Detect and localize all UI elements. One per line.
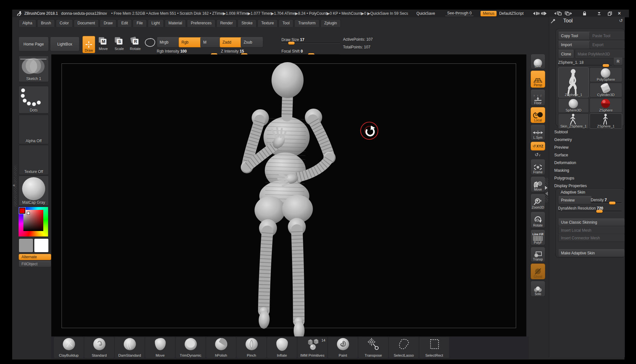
canvas[interactable] [51,54,526,336]
scale-mode-button[interactable]: S Scale [113,37,126,52]
persp-button[interactable]: Persp [531,70,545,88]
current-brush-thumb[interactable]: Sketch 1 [19,56,49,82]
tray-brush-damstandard[interactable]: DamStandard [115,337,145,358]
section-preview[interactable]: Preview [549,144,625,151]
section-surface[interactable]: Surface [549,151,625,159]
section-geometry[interactable]: Geometry [549,136,625,144]
menu-item-material[interactable]: Material [165,19,186,27]
current-alpha-thumb[interactable]: Alpha Off [19,115,49,144]
export-button[interactable]: Export [590,41,625,49]
section-masking[interactable]: Masking [549,167,625,174]
tool-name-knob[interactable] [602,64,609,67]
tray-brush-selectlasso[interactable]: SelectLasso [389,337,419,358]
section-polygroups[interactable]: Polygroups [549,174,625,182]
section-deformation[interactable]: Deformation [549,159,625,167]
divider-expand-icon[interactable] [545,186,548,190]
home-page-button[interactable]: Home Page [19,37,49,51]
make-adaptive-skin-button[interactable]: Make Adaptive Skin [558,249,625,257]
adaptive-skin-title[interactable]: Adaptive Skin [561,190,585,194]
panel-pin-icon[interactable] [550,19,556,24]
tray-brush-imm-primitives[interactable]: 14 IMM Primitives [297,337,327,358]
lock-icon[interactable] [582,11,587,16]
frame-button[interactable]: Frame [531,159,545,175]
density-slider[interactable]: Density 7 [591,197,622,204]
import-button[interactable]: Import [558,41,591,49]
menu-item-zplugin[interactable]: Zplugin [321,19,341,27]
restore-button[interactable] [608,12,612,16]
tray-brush-standard[interactable]: Standard [84,337,114,358]
tray-brush-hpolish[interactable]: hPolish [206,337,236,358]
menu-item-stroke[interactable]: Stroke [238,19,256,27]
draw-size-knob[interactable] [288,41,295,45]
make-polymesh3d-button[interactable]: Make PolyMesh3D [575,50,625,59]
menu-item-edit[interactable]: Edit [117,19,132,27]
move-view-button[interactable]: Move [531,176,545,192]
stroke-preview-icon[interactable] [144,37,156,48]
density-knob[interactable] [609,201,616,205]
minimize-button[interactable] [597,12,601,15]
active-tool-thumb[interactable]: ZSphere_1 [558,67,589,97]
menu-item-draw[interactable]: Draw [100,19,116,27]
bpr-button[interactable]: BPR [531,54,545,69]
lsym-button[interactable]: L.Sym [531,124,545,140]
see-through-slider[interactable]: See-through 0 [445,11,473,16]
m-button[interactable]: M [200,37,222,47]
tool-name-slider[interactable]: ZSphere_1. 18 [558,59,612,66]
divider-left-icon[interactable] [531,11,549,16]
dynamesh-knob[interactable] [596,210,603,213]
adaptive-preview-button[interactable]: Preview [558,196,592,204]
zoom3d-button[interactable]: Zoom3D [531,194,545,210]
paste-tool-button[interactable]: Paste Tool [590,32,625,40]
divider-collapse-icon[interactable] [545,192,548,195]
menu-item-document[interactable]: Document [74,19,99,27]
panel-dock-icons[interactable] [554,11,574,16]
ghost-button[interactable]: Ghost [531,263,545,279]
left-panel-collapse-icon[interactable]: « [13,183,15,187]
panel-reset-icon[interactable]: ↺ [619,18,623,23]
skin-zsphere-thumb[interactable]: Skin_ZSphere_1 [558,113,589,129]
right-panel-divider[interactable] [545,178,548,203]
use-classic-skinning-button[interactable]: Use Classic Skinning [558,219,625,226]
menu-item-color[interactable]: Color [56,19,73,27]
tray-brush-move[interactable]: Move [145,337,175,358]
quicksave-button[interactable]: QuickSave [416,11,435,16]
tray-brush-selectrect[interactable]: SelectRect [419,337,449,358]
rotate-mode-button[interactable]: R Rotate [129,37,142,52]
draw-size-slider[interactable]: Draw Size 17 [281,37,340,45]
zsphere-thumb[interactable]: ZSphere [590,98,622,113]
alternate-button[interactable]: Alternate [19,254,51,260]
tray-brush-pinch[interactable]: Pinch [237,337,266,358]
floor-button[interactable]: X Y Z Floor [531,89,545,106]
tray-brush-paint[interactable]: Paint [328,337,358,358]
menu-item-render[interactable]: Render [216,19,237,27]
zsub-button[interactable]: Zsub [241,37,263,47]
transp-button[interactable]: Transp [531,247,545,262]
default-zscript-button[interactable]: DefaultZScript [499,11,523,16]
tray-brush-transpose[interactable]: Transpose [358,337,388,358]
insert-local-mesh-button[interactable]: Insert Local Mesh [558,227,625,234]
xyz-button[interactable]: ↺ XYZ [531,142,545,151]
fillobject-button[interactable]: FillObject [19,261,51,267]
menu-item-brush[interactable]: Brush [37,19,55,27]
current-material-thumb[interactable]: MatCap Gray [19,176,49,206]
tray-brush-inflate[interactable]: Inflate [267,337,297,358]
sv-square[interactable] [23,210,43,231]
sphere3d-thumb[interactable]: Sphere3D [558,98,589,113]
menu-item-transform[interactable]: Transform [294,19,319,27]
section-subtool[interactable]: Subtool [549,128,625,136]
main-color-swatch[interactable] [19,238,33,252]
tray-brush-claybuildup[interactable]: ClayBuildup [54,337,84,358]
polysphere-thumb[interactable]: PolySphere [590,67,622,82]
clone-button[interactable]: Clone [558,50,574,59]
current-stroke-thumb[interactable]: Dots [19,86,49,113]
dynamesh-resolution-slider[interactable]: DynaMesh Resolution 720 [558,205,622,212]
menu-item-alpha[interactable]: Alpha [19,19,36,27]
insert-connector-mesh-button[interactable]: Insert Connector Mesh [558,234,625,242]
close-button[interactable]: × [618,11,621,16]
zsphere1-thumb-selected[interactable]: ZSphere_1 [590,113,622,129]
menus-toggle[interactable]: Menus [481,11,497,16]
menu-item-preferences[interactable]: Preferences [187,19,215,27]
menu-item-file[interactable]: File [133,19,146,27]
copy-tool-button[interactable]: Copy Tool [558,32,591,40]
menu-item-tool[interactable]: Tool [279,19,293,27]
